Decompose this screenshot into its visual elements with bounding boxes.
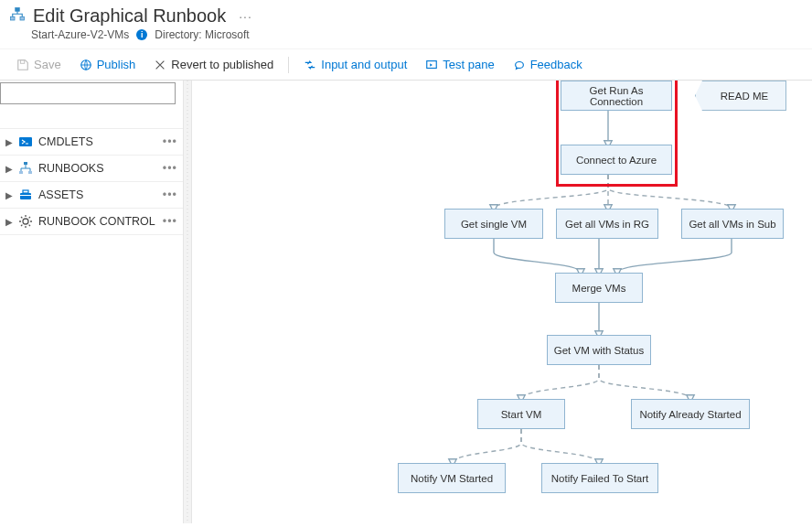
svg-rect-9 (28, 171, 32, 174)
svg-rect-11 (23, 190, 28, 193)
node-connect-to-azure[interactable]: Connect to Azure (561, 145, 672, 175)
page-title: Edit Graphical Runbook (33, 5, 226, 27)
node-get-run-as-connection[interactable]: Get Run As Connection (561, 81, 672, 111)
svg-rect-2 (20, 16, 25, 20)
node-readme[interactable]: READ ME (695, 81, 786, 111)
item-more-icon[interactable]: ••• (163, 135, 177, 148)
sidebar-item-runbook-control[interactable]: ▶ RUNBOOK CONTROL ••• (0, 209, 183, 235)
runbook-canvas[interactable]: Get Run As Connection READ ME Connect to… (192, 81, 812, 523)
powershell-icon (18, 134, 33, 149)
toolbar-separator (288, 57, 289, 73)
sidebar-item-label: ASSETS (38, 188, 157, 201)
node-get-all-vms-sub[interactable]: Get all VMs in Sub (681, 209, 784, 239)
testpane-icon (425, 59, 438, 71)
svg-rect-0 (16, 8, 20, 12)
svg-rect-10 (20, 193, 31, 199)
library-sidebar: ▶ CMDLETS ••• ▶ RUNBOOKS ••• ▶ ASSETS ••… (0, 81, 183, 523)
node-get-all-vms-rg[interactable]: Get all VMs in RG (556, 209, 658, 239)
toolbar: Save Publish Revert to published Input a… (0, 48, 812, 81)
globe-icon (80, 59, 92, 71)
node-notify-failed-to-start[interactable]: Notify Failed To Start (541, 463, 658, 493)
revert-button[interactable]: Revert to published (146, 55, 281, 74)
sidebar-item-label: CMDLETS (38, 135, 157, 148)
node-notify-already-started[interactable]: Notify Already Started (631, 399, 750, 429)
item-more-icon[interactable]: ••• (163, 215, 177, 228)
svg-point-13 (23, 219, 28, 224)
node-start-vm[interactable]: Start VM (477, 399, 565, 429)
sidebar-item-label: RUNBOOK CONTROL (38, 215, 157, 228)
chevron-right-icon: ▶ (5, 190, 13, 200)
svg-rect-7 (24, 162, 27, 165)
sidebar-item-cmdlets[interactable]: ▶ CMDLETS ••• (0, 129, 183, 156)
save-button[interactable]: Save (9, 55, 69, 74)
canvas-links (192, 81, 812, 523)
page-header: Edit Graphical Runbook ··· (0, 0, 812, 28)
item-more-icon[interactable]: ••• (163, 188, 177, 201)
info-icon[interactable]: i (136, 29, 147, 40)
feedback-icon (513, 59, 526, 71)
sidebar-item-runbooks[interactable]: ▶ RUNBOOKS ••• (0, 156, 183, 182)
feedback-button[interactable]: Feedback (506, 55, 590, 74)
close-icon (154, 59, 166, 71)
runbook-name: Start-Azure-V2-VMs (31, 28, 129, 41)
toolbox-icon (18, 188, 33, 202)
title-more-button[interactable]: ··· (233, 9, 252, 24)
gear-icon (18, 214, 33, 229)
chevron-right-icon: ▶ (5, 164, 13, 174)
publish-button[interactable]: Publish (72, 55, 144, 74)
sidebar-item-label: RUNBOOKS (38, 162, 157, 175)
node-notify-vm-started[interactable]: Notify VM Started (398, 463, 506, 493)
save-icon (16, 59, 29, 71)
sidebar-item-assets[interactable]: ▶ ASSETS ••• (0, 182, 183, 209)
directory-label: Directory: Microsoft (155, 28, 249, 41)
chevron-right-icon: ▶ (5, 217, 13, 227)
svg-rect-12 (20, 195, 31, 196)
io-icon (304, 59, 316, 71)
node-merge-vms[interactable]: Merge VMs (555, 273, 643, 303)
test-pane-button[interactable]: Test pane (418, 55, 501, 74)
page-subheader: Start-Azure-V2-VMs i Directory: Microsof… (0, 28, 812, 48)
svg-rect-1 (11, 16, 16, 20)
chevron-right-icon: ▶ (5, 137, 13, 147)
pane-divider[interactable] (183, 81, 192, 523)
hierarchy-icon (9, 6, 26, 26)
node-get-vm-with-status[interactable]: Get VM with Status (547, 335, 651, 365)
node-get-single-vm[interactable]: Get single VM (444, 209, 543, 239)
hierarchy-icon (18, 161, 33, 176)
item-more-icon[interactable]: ••• (163, 162, 177, 175)
svg-rect-8 (19, 171, 23, 174)
search-input[interactable] (0, 82, 176, 104)
input-output-button[interactable]: Input and output (296, 55, 414, 74)
